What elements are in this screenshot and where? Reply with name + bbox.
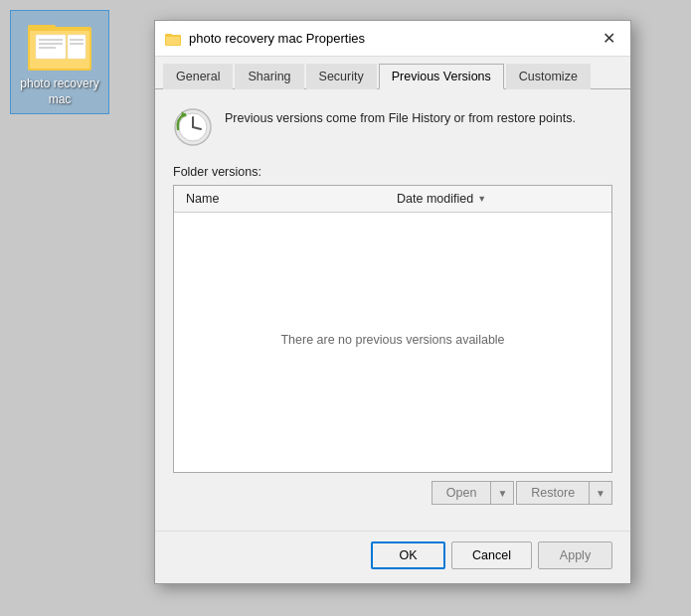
folder-image <box>28 17 91 73</box>
restore-split-button: Restore ▼ <box>516 481 612 505</box>
title-bar: photo recovery mac Properties ✕ <box>155 21 630 57</box>
tab-bar: General Sharing Security Previous Versio… <box>155 57 630 89</box>
column-date-modified: Date modified ▼ <box>393 190 604 208</box>
dialog-title: photo recovery mac Properties <box>189 31 597 46</box>
dialog-footer: OK Cancel Apply <box>155 531 630 583</box>
info-description: Previous versions come from File History… <box>225 107 576 128</box>
sort-arrow-icon: ▼ <box>477 194 486 204</box>
folder-versions-label: Folder versions: <box>173 165 612 179</box>
versions-table: Name Date modified ▼ There are no previo… <box>173 185 612 473</box>
info-section: Previous versions come from File History… <box>173 107 612 147</box>
properties-dialog: photo recovery mac Properties ✕ General … <box>154 20 631 584</box>
desktop: photo recovery mac photo recovery mac Pr… <box>0 0 691 616</box>
folder-icon[interactable]: photo recovery mac <box>10 10 109 114</box>
tab-content: Previous versions come from File History… <box>155 89 630 531</box>
tab-sharing[interactable]: Sharing <box>235 64 303 89</box>
svg-rect-12 <box>166 37 180 45</box>
tab-general[interactable]: General <box>163 64 233 89</box>
table-body: There are no previous versions available <box>174 213 611 467</box>
empty-table-message: There are no previous versions available <box>280 333 504 347</box>
title-bar-folder-icon <box>165 31 181 47</box>
apply-button[interactable]: Apply <box>538 541 612 569</box>
tab-customize[interactable]: Customize <box>506 64 591 89</box>
restore-dropdown-arrow[interactable]: ▼ <box>589 481 612 505</box>
tab-security[interactable]: Security <box>306 64 377 89</box>
close-button[interactable]: ✕ <box>597 27 620 51</box>
restore-button[interactable]: Restore <box>516 481 589 505</box>
tab-previous-versions[interactable]: Previous Versions <box>379 64 504 89</box>
open-dropdown-arrow[interactable]: ▼ <box>490 481 514 505</box>
cancel-button[interactable]: Cancel <box>451 541 532 569</box>
table-header: Name Date modified ▼ <box>174 186 611 213</box>
column-name: Name <box>182 190 393 208</box>
folder-label: photo recovery mac <box>17 77 102 107</box>
svg-rect-7 <box>68 35 86 59</box>
svg-rect-3 <box>36 35 66 59</box>
open-button[interactable]: Open <box>432 481 491 505</box>
version-action-buttons: Open ▼ Restore ▼ <box>173 481 612 505</box>
ok-button[interactable]: OK <box>371 541 445 569</box>
previous-versions-icon <box>173 107 213 147</box>
open-split-button: Open ▼ <box>432 481 515 505</box>
